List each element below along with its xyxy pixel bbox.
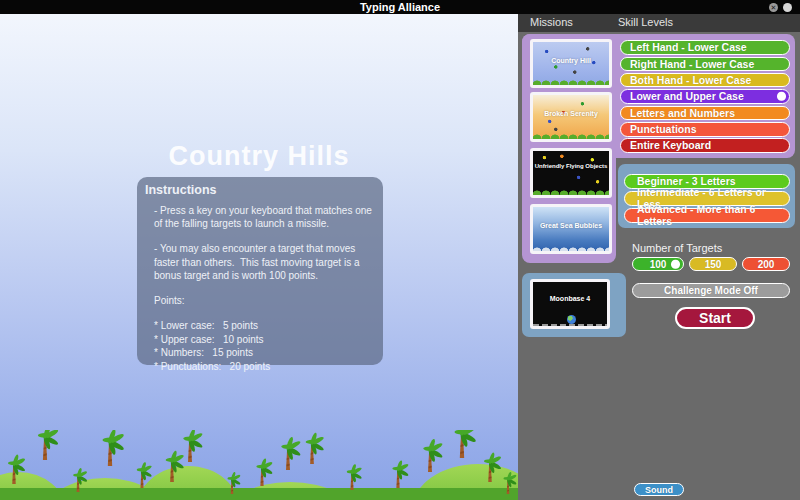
button-label: 200 xyxy=(758,259,775,270)
button-label: 100 xyxy=(650,259,667,270)
app-window: Typing Alliance ✕ Country Hills Instruct… xyxy=(0,0,800,500)
targets-100-button[interactable]: 100 xyxy=(632,257,684,271)
control-sidebar: Missions Skill Levels Country Hill Broke… xyxy=(518,14,800,500)
minimize-icon[interactable] xyxy=(783,3,792,12)
skill-letters-and-numbers[interactable]: Letters and Numbers xyxy=(620,106,790,121)
difficulty-advanced[interactable]: Advanced - More than 6 Letters xyxy=(624,208,790,223)
button-label: Left Hand - Lower Case xyxy=(630,41,747,53)
points-line: * Upper case: 10 points xyxy=(154,333,372,347)
missions-header: Missions xyxy=(530,16,573,28)
skill-entire-keyboard[interactable]: Entire Keyboard xyxy=(620,138,790,153)
instructions-header: Instructions xyxy=(145,183,372,197)
mission-title: Country Hills xyxy=(0,141,518,172)
mission-thumb-label: Great Sea Bubbles xyxy=(533,222,609,229)
targets-150-button[interactable]: 150 xyxy=(689,257,737,271)
window-title: Typing Alliance xyxy=(360,0,440,14)
button-label: Letters and Numbers xyxy=(630,107,735,119)
button-label: Start xyxy=(699,310,731,326)
skill-right-hand-lower-case[interactable]: Right Hand - Lower Case xyxy=(620,57,790,72)
selected-indicator-dot xyxy=(777,92,786,101)
mission-thumb-label: Unfriendly Flying Objects xyxy=(533,163,609,169)
button-label: Challenge Mode Off xyxy=(664,285,758,296)
instructions-paragraph: - You may also encounter a target that m… xyxy=(154,242,372,282)
mission-thumb-great-sea-bubbles[interactable]: Great Sea Bubbles xyxy=(530,204,612,254)
earth-icon xyxy=(567,315,576,324)
button-label: Punctuations xyxy=(630,123,697,135)
skill-levels-header: Skill Levels xyxy=(618,16,673,28)
mission-thumb-label: Country Hill xyxy=(533,57,609,64)
instructions-panel: Instructions - Press a key on your keybo… xyxy=(137,177,383,365)
game-preview-area: Country Hills Instructions - Press a key… xyxy=(0,14,518,500)
sidebar-header: Missions Skill Levels xyxy=(518,14,800,32)
points-header: Points: xyxy=(154,294,372,307)
close-icon[interactable]: ✕ xyxy=(769,3,778,12)
title-bar: Typing Alliance ✕ xyxy=(0,0,800,14)
number-of-targets-label: Number of Targets xyxy=(632,242,722,254)
skill-punctuations[interactable]: Punctuations xyxy=(620,122,790,137)
button-label: Both Hand - Lower Case xyxy=(630,74,751,86)
skill-both-hand-lower-case[interactable]: Both Hand - Lower Case xyxy=(620,73,790,88)
hills-graphic xyxy=(0,430,518,500)
mission-thumb-country-hill[interactable]: Country Hill xyxy=(530,39,612,88)
mission-thumb-unfriendly-flying-objects[interactable]: Unfriendly Flying Objects xyxy=(530,148,612,198)
mission-thumb-broken-serenity[interactable]: Broken Serenity xyxy=(530,92,612,142)
selected-indicator-dot xyxy=(671,260,680,269)
targets-200-button[interactable]: 200 xyxy=(742,257,790,271)
button-label: Right Hand - Lower Case xyxy=(630,58,754,70)
instructions-paragraph: - Press a key on your keyboard that matc… xyxy=(154,204,372,230)
button-label: Entire Keyboard xyxy=(630,139,711,151)
points-line: * Numbers: 15 points xyxy=(154,346,372,360)
skill-lower-and-upper-case[interactable]: Lower and Upper Case xyxy=(620,89,790,104)
button-label: Advanced - More than 6 Letters xyxy=(637,203,780,227)
mission-thumb-label: Broken Serenity xyxy=(533,110,609,117)
points-line: * Lower case: 5 points xyxy=(154,319,372,333)
mission-thumb-moonbase-4[interactable]: Moonbase 4 xyxy=(530,279,610,329)
button-label: 150 xyxy=(705,259,722,270)
challenge-mode-button[interactable]: Challenge Mode Off xyxy=(632,283,790,298)
sound-button[interactable]: Sound xyxy=(634,483,684,496)
button-label: Sound xyxy=(645,485,673,495)
mission-thumb-label: Moonbase 4 xyxy=(533,295,607,302)
points-line: * Punctuations: 20 points xyxy=(154,360,372,374)
skill-left-hand-lower-case[interactable]: Left Hand - Lower Case xyxy=(620,40,790,55)
button-label: Lower and Upper Case xyxy=(630,90,744,102)
start-button[interactable]: Start xyxy=(675,307,755,329)
